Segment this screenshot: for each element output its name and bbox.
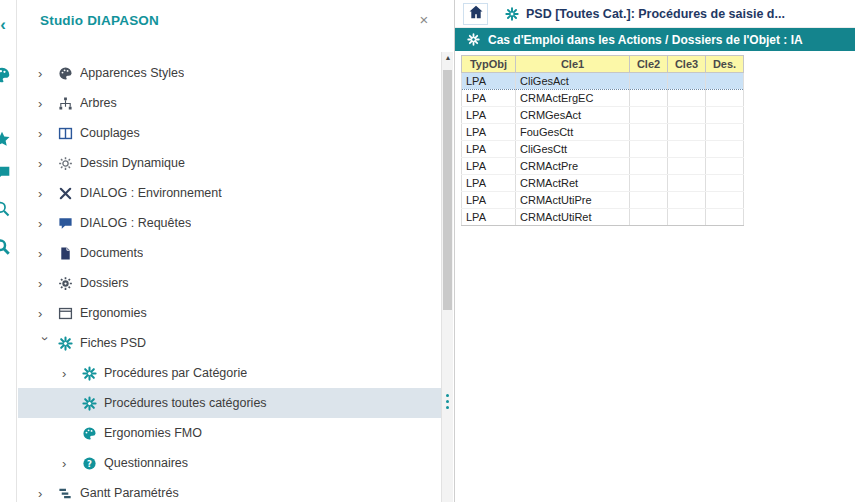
table-cell <box>630 107 668 124</box>
sidebar-item-questionnaires[interactable]: ›?Questionnaires <box>18 448 441 478</box>
table-row[interactable]: LPACRMActUtiRet <box>462 209 744 226</box>
table-row[interactable]: LPACliGesAct <box>462 73 744 90</box>
chevron-right-icon[interactable]: › <box>38 66 58 81</box>
chevron-right-icon[interactable]: › <box>62 456 82 471</box>
table-row[interactable]: LPAFouGesCtt <box>462 124 744 141</box>
sidebar-item-fiches-psd[interactable]: ›Fiches PSD <box>18 328 441 358</box>
table-cell <box>668 141 706 158</box>
main-panel: PSD [Toutes Cat.]: Procédures de saisie … <box>454 0 855 502</box>
splitter-grip-icon[interactable] <box>443 386 452 416</box>
table-cell <box>706 158 744 175</box>
sidebar-tree: ›Apparences Styles›Arbres›Couplages›Dess… <box>18 58 441 502</box>
table-row[interactable]: LPACRMActRet <box>462 175 744 192</box>
table-cell <box>630 141 668 158</box>
search-icon[interactable] <box>0 200 13 220</box>
table-row[interactable]: LPACliGesCtt <box>462 141 744 158</box>
table-cell: CliGesCtt <box>516 141 630 158</box>
question-icon: ? <box>82 456 104 471</box>
table-cell <box>668 158 706 175</box>
table-cell <box>706 107 744 124</box>
gear-outline-icon <box>58 156 80 171</box>
tree-icon <box>58 96 80 111</box>
psd-asterisk-icon <box>58 336 80 351</box>
chevron-right-icon[interactable]: › <box>38 276 58 291</box>
column-header[interactable]: Cle1 <box>516 56 630 73</box>
sidebar-item-dessin-dynamique[interactable]: ›Dessin Dynamique <box>18 148 441 178</box>
speech-bubble-icon[interactable] <box>0 164 13 184</box>
sidebar-item-documents[interactable]: ›Documents <box>18 238 441 268</box>
sidebar-item-proc-dures-par-cat-gorie[interactable]: ›Procédures par Catégorie <box>18 358 441 388</box>
sidebar-item-dialog-environnement[interactable]: ›DIALOG : Environnement <box>18 178 441 208</box>
results-table-wrap: TypObjCle1Cle2Cle3Des. LPACliGesActLPACR… <box>461 55 744 226</box>
table-cell: FouGesCtt <box>516 124 630 141</box>
psd-asterisk-icon <box>82 366 104 381</box>
home-icon <box>468 4 484 24</box>
psd-asterisk-icon <box>505 7 519 21</box>
table-row[interactable]: LPACRMActErgEC <box>462 90 744 107</box>
sidebar-item-label: Couplages <box>80 126 140 140</box>
table-row[interactable]: LPACRMGesAct <box>462 107 744 124</box>
table-row[interactable]: LPACRMActUtiPre <box>462 192 744 209</box>
chevron-right-icon[interactable]: › <box>38 306 58 321</box>
sidebar-item-arbres[interactable]: ›Arbres <box>18 88 441 118</box>
psd-asterisk-icon <box>82 396 104 411</box>
collapse-arrow-icon[interactable]: ‹ <box>0 16 13 36</box>
chevron-right-icon[interactable]: › <box>38 486 58 501</box>
sidebar-item-gantt-param-tr-s[interactable]: ›Gantt Paramétrés <box>18 478 441 502</box>
table-cell <box>706 141 744 158</box>
scrollbar-thumb[interactable] <box>443 70 452 310</box>
sidebar-item-apparences-styles[interactable]: ›Apparences Styles <box>18 58 441 88</box>
sidebar-item-label: Dossiers <box>80 276 129 290</box>
sidebar-item-couplages[interactable]: ›Couplages <box>18 118 441 148</box>
table-cell: LPA <box>462 124 516 141</box>
sidebar-item-ergonomies[interactable]: ›Ergonomies <box>18 298 441 328</box>
sidebar-item-label: Fiches PSD <box>80 336 146 350</box>
table-cell <box>706 73 744 90</box>
chevron-right-icon[interactable]: › <box>38 186 58 201</box>
section-header: Cas d'Emploi dans les Actions / Dossiers… <box>455 28 855 51</box>
column-header[interactable]: Des. <box>706 56 744 73</box>
sidebar-item-dossiers[interactable]: ›Dossiers <box>18 268 441 298</box>
palette-icon[interactable] <box>0 66 13 86</box>
sidebar-item-label: Arbres <box>80 96 117 110</box>
home-button[interactable] <box>463 3 488 25</box>
palette-icon <box>58 66 80 81</box>
sidebar-item-ergonomies-fmo[interactable]: ›Ergonomies FMO <box>18 418 441 448</box>
document-topbar: PSD [Toutes Cat.]: Procédures de saisie … <box>455 0 855 28</box>
column-header[interactable]: Cle2 <box>630 56 668 73</box>
sidebar-item-label: DIALOG : Environnement <box>80 186 222 200</box>
table-cell <box>630 192 668 209</box>
search-bold-icon[interactable] <box>0 238 13 258</box>
chevron-down-icon[interactable]: › <box>38 336 53 356</box>
table-cell: LPA <box>462 107 516 124</box>
close-icon[interactable]: × <box>415 11 433 29</box>
table-cell: CRMActErgEC <box>516 90 630 107</box>
star-icon[interactable] <box>0 130 13 150</box>
table-cell <box>668 192 706 209</box>
chevron-right-icon[interactable]: › <box>62 366 82 381</box>
sidebar-item-label: Apparences Styles <box>80 66 184 80</box>
sidebar-item-proc-dures-toutes-cat-gories[interactable]: ›Procédures toutes catégories <box>18 388 441 418</box>
sidebar-item-dialog-requ-tes[interactable]: ›DIALOG : Requêtes <box>18 208 441 238</box>
sidebar-title: Studio DIAPASON <box>40 13 159 28</box>
table-row[interactable]: LPACRMActPre <box>462 158 744 175</box>
sidebar-item-label: Procédures toutes catégories <box>104 396 267 410</box>
table-cell <box>630 124 668 141</box>
chevron-right-icon[interactable]: › <box>38 216 58 231</box>
document-tab[interactable]: PSD [Toutes Cat.]: Procédures de saisie … <box>495 0 795 28</box>
gantt-icon <box>58 486 80 501</box>
chevron-right-icon[interactable]: › <box>38 96 58 111</box>
chevron-right-icon[interactable]: › <box>38 156 58 171</box>
column-header[interactable]: TypObj <box>462 56 516 73</box>
scroll-up-icon[interactable]: ▲ <box>442 54 454 61</box>
table-cell <box>630 158 668 175</box>
column-header[interactable]: Cle3 <box>668 56 706 73</box>
table-cell <box>706 192 744 209</box>
table-cell <box>630 90 668 107</box>
chevron-right-icon[interactable]: › <box>38 246 58 261</box>
svg-text:?: ? <box>87 458 92 468</box>
chevron-right-icon[interactable]: › <box>38 126 58 141</box>
table-cell: LPA <box>462 192 516 209</box>
sidebar-scrollbar[interactable]: ▲ <box>441 52 453 502</box>
table-cell: LPA <box>462 158 516 175</box>
